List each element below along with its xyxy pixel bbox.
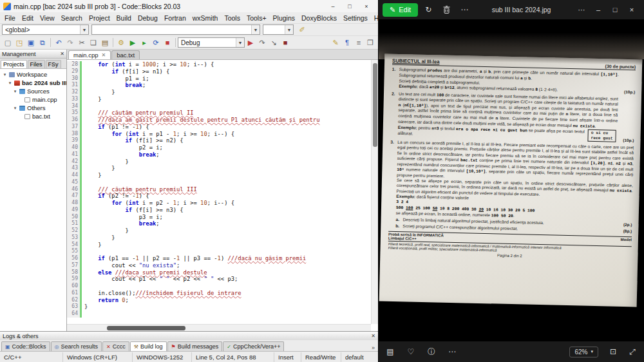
tree-expander-icon[interactable]: ▾ (13, 106, 17, 111)
list-icon[interactable]: ≡ (353, 37, 365, 48)
close-button[interactable]: × (358, 1, 375, 12)
code-line[interactable]: 43 } (67, 165, 378, 172)
step-into-icon[interactable]: ↘ (268, 37, 279, 48)
cut-icon[interactable]: ✂ (76, 37, 88, 48)
maximize-button[interactable]: □ (341, 1, 358, 12)
editor-tab-main-cpp[interactable]: main.cpp✕ (68, 50, 111, 59)
code-line[interactable]: 55 (67, 248, 378, 255)
minimize-button[interactable]: – (590, 3, 607, 17)
delete-icon[interactable] (441, 5, 451, 14)
management-tab-projects[interactable]: Projects (1, 60, 27, 68)
code-line[interactable]: 40 p2 = i; (67, 144, 378, 151)
tab-overflow-icon[interactable]: » (370, 345, 377, 351)
highlight-icon[interactable]: ✎ (330, 37, 341, 48)
management-tab-files[interactable]: Files (28, 60, 45, 68)
menu-file[interactable]: File (1, 14, 19, 22)
code-line[interactable]: 62 return 0; (67, 297, 378, 304)
pilcrow-icon[interactable]: ¶ (341, 37, 353, 48)
menu-doxyblocks[interactable]: DoxyBlocks (298, 14, 340, 22)
chevron-down-icon[interactable]: ▼ (236, 38, 244, 47)
code-editor[interactable]: 28 for (int i = 1000; i >= 10; i--) {29 … (67, 60, 378, 324)
code-line[interactable]: 56 if (p1 == -1 || p2 == -1 || p3 == -1)… (67, 255, 378, 262)
menu-settings[interactable]: Settings (340, 14, 371, 22)
build-and-run-icon[interactable]: ▸ (138, 37, 150, 48)
maximize-button[interactable]: □ (607, 3, 623, 17)
scope-combo[interactable]: <global> ▼ (2, 24, 89, 35)
search-combo[interactable]: ▼ (263, 24, 294, 35)
code-line[interactable]: 54 } (67, 242, 378, 249)
logs-tab-code-blocks[interactable]: ▣Code::Blocks (1, 341, 50, 351)
code-line[interactable]: 33 } (67, 96, 378, 103)
chevron-down-icon[interactable]: ▼ (285, 25, 293, 34)
editor-tab-bac-txt[interactable]: bac.txt (111, 50, 140, 59)
new-file-icon[interactable]: ▢ (2, 37, 14, 48)
tree-expander-icon[interactable]: ▾ (3, 72, 7, 77)
menu-fortran[interactable]: Fortran (161, 14, 189, 22)
code-line[interactable]: 39 if (f[i] >= n2) { (67, 137, 378, 144)
tree-item-others[interactable]: ▾Others (0, 104, 66, 112)
photo-view[interactable]: SUBIECTUL al III-lea (30 de puncte) 1.Su… (379, 19, 644, 341)
incremental-search-icon[interactable]: ✐ (296, 24, 308, 35)
tree-item-sources[interactable]: ▾Sources (0, 87, 66, 95)
close-icon[interactable]: ✕ (371, 333, 375, 339)
tree-expander-icon[interactable]: ▾ (8, 81, 12, 86)
abort-icon[interactable]: ■ (162, 37, 173, 48)
stop-debug-icon[interactable]: ■ (279, 37, 291, 48)
save-all-icon[interactable]: ⧉ (37, 37, 48, 48)
code-line[interactable]: 35 /// căutăm pentru premiul II (67, 110, 378, 117)
tree-expander-icon[interactable]: ▾ (13, 89, 17, 94)
tree-item-main-cpp[interactable]: main.cpp (0, 95, 66, 104)
code-line[interactable]: 64 (67, 310, 378, 318)
menu-tools-[interactable]: Tools+ (243, 14, 270, 22)
zoom-control[interactable]: 62% ▾ (569, 347, 598, 357)
code-line[interactable]: 46 /// căutăm pentru premiul III (67, 186, 378, 193)
chevron-down-icon[interactable]: ▼ (80, 25, 88, 34)
logs-tab-build-log[interactable]: ⚒Build log (130, 341, 167, 351)
save-icon[interactable]: ▣ (25, 37, 37, 48)
code-line[interactable]: 34 (67, 103, 378, 110)
code-line[interactable]: 32 } (67, 89, 378, 96)
logs-tab-build-messages[interactable]: ⚑Build messages (167, 341, 223, 351)
build-target-combo[interactable]: Debug ▼ (178, 37, 245, 48)
build-icon[interactable]: ⚙ (115, 37, 127, 48)
menu-project[interactable]: Project (86, 14, 113, 22)
rebuild-icon[interactable]: ⟳ (150, 37, 162, 48)
code-line[interactable]: 30 p1 = i; (67, 75, 378, 82)
windows-icon[interactable]: ❐ (365, 37, 376, 48)
minimize-button[interactable]: – (325, 1, 341, 12)
code-line[interactable]: 29 if (f[i] >= n1) { (67, 68, 378, 75)
info-icon[interactable]: ⓘ (426, 347, 437, 357)
code-line[interactable]: 41 break; (67, 151, 378, 158)
code-line[interactable]: 42 } (67, 158, 378, 166)
scrollbar-thumb[interactable] (107, 326, 185, 330)
scrollbar-thumb[interactable] (373, 63, 377, 147)
title-bar[interactable]: main.cpp [bac 2024 sub III prob 3] - Cod… (0, 0, 378, 12)
menu-tools[interactable]: Tools (221, 14, 243, 22)
tree-item-project[interactable]: ▾bac 2024 sub III prob 3 (0, 79, 66, 87)
code-line[interactable]: 52 } (67, 227, 378, 234)
code-line[interactable]: 44 } (67, 172, 378, 179)
copy-icon[interactable]: ❏ (88, 37, 99, 48)
management-tab-fsy[interactable]: FSy (46, 60, 61, 68)
code-line[interactable]: 51 break; (67, 220, 378, 227)
code-line[interactable]: 63} (67, 303, 378, 310)
code-line[interactable]: 37 if (p1 != -1) { (67, 124, 378, 131)
menu-debug[interactable]: Debug (135, 14, 161, 22)
fit-to-window-icon[interactable]: ⊡ (608, 347, 618, 356)
symbol-combo[interactable]: ▼ (91, 24, 260, 35)
filmstrip-icon[interactable]: ▤ (385, 347, 395, 357)
close-button[interactable]: × (623, 3, 640, 17)
more-icon[interactable]: ⋯ (447, 347, 457, 357)
redo-icon[interactable]: ↷ (64, 37, 76, 48)
code-line[interactable]: 49 if (f[i] >= n3) { (67, 207, 378, 214)
tree-item-bac-txt[interactable]: bac.txt (0, 112, 66, 120)
code-line[interactable]: 58 else ///daca sunt premii destule (67, 269, 378, 276)
code-line[interactable]: 57 cout << "nu exista"; (67, 262, 378, 269)
menu-build[interactable]: Build (113, 14, 135, 22)
code-line[interactable]: 48 for (int i = p2 - 1; i >= 10; i--) { (67, 200, 378, 207)
horizontal-scrollbar[interactable] (67, 324, 371, 331)
tree-item-workspace[interactable]: ▾Workspace (0, 70, 66, 79)
code-line[interactable]: 60 (67, 283, 378, 290)
code-line[interactable]: 50 p3 = i; (67, 214, 378, 221)
chevron-down-icon[interactable]: ▼ (251, 25, 260, 34)
